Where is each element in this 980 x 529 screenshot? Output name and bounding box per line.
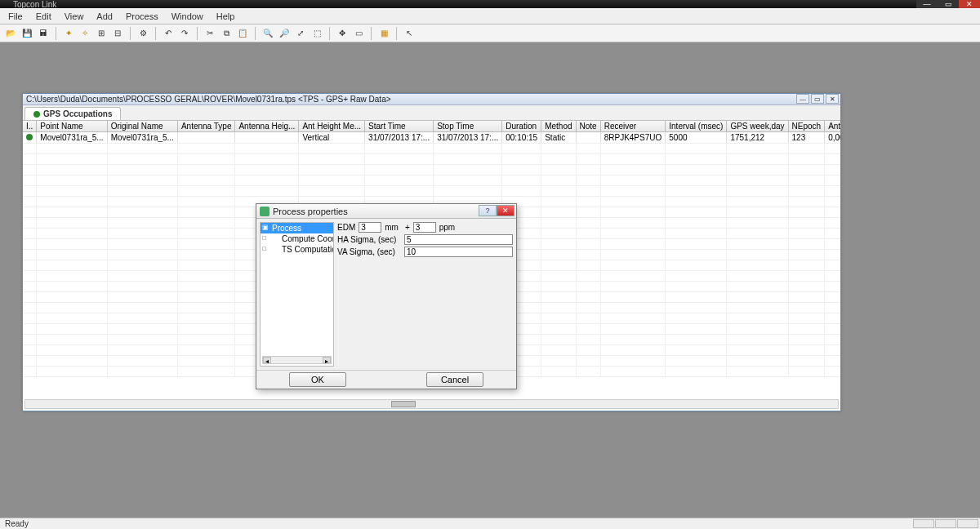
cell[interactable]: Movel0731ra_5...: [37, 132, 107, 144]
toolbar: 📂 💾 🖬 ✦ ✧ ⊞ ⊟ ⚙ ↶ ↷ ✂ ⧉ 📋 🔍 🔎 ⤢ ⬚ ✥ ▭ ▦ …: [0, 24, 980, 42]
dialog-body: Process Compute Coord TS Computation ◂ ▸…: [256, 219, 516, 370]
col-antenna-type[interactable]: Antenna Type: [177, 121, 235, 132]
menu-help[interactable]: Help: [210, 10, 242, 23]
tool-icon[interactable]: ✧: [78, 26, 92, 41]
cell[interactable]: [576, 132, 600, 144]
cell[interactable]: [235, 132, 299, 144]
cell[interactable]: Movel0731ra_5...: [107, 132, 177, 144]
menu-window[interactable]: Window: [165, 10, 210, 23]
menu-process[interactable]: Process: [119, 10, 165, 23]
tool-icon[interactable]: ⊟: [110, 26, 125, 41]
dialog-window-buttons: ? ✕: [479, 205, 514, 216]
dialog-tree[interactable]: Process Compute Coord TS Computation ◂ ▸: [260, 222, 334, 367]
open-icon[interactable]: 📂: [3, 26, 18, 41]
col-nepoch[interactable]: NEpoch: [788, 121, 825, 132]
ok-button[interactable]: OK: [289, 372, 346, 387]
menu-file[interactable]: File: [2, 10, 29, 23]
grid-icon[interactable]: ▦: [376, 26, 391, 41]
save-icon[interactable]: 💾: [20, 26, 34, 41]
edm-ppm-input[interactable]: [413, 222, 436, 233]
col-stop-time[interactable]: Stop Time: [434, 121, 502, 132]
cut-icon[interactable]: ✂: [203, 26, 217, 41]
document-window-buttons: — ▭ ✕: [796, 94, 839, 104]
cell[interactable]: 00:10:15: [502, 132, 541, 144]
scroll-right-icon[interactable]: ▸: [323, 357, 331, 363]
close-button[interactable]: ✕: [959, 0, 980, 8]
save-all-icon[interactable]: 🖬: [36, 26, 51, 41]
doc-maximize-button[interactable]: ▭: [811, 94, 824, 104]
paste-icon[interactable]: 📋: [235, 26, 250, 41]
col-antenna-height[interactable]: Antenna Heig...: [235, 121, 299, 132]
maximize-button[interactable]: ▭: [938, 0, 959, 8]
col-interval[interactable]: Interval (msec): [666, 121, 727, 132]
cell[interactable]: 1751,212: [727, 132, 788, 144]
zoom-out-icon[interactable]: 🔎: [277, 26, 292, 41]
col-receiver[interactable]: Receiver: [600, 121, 666, 132]
document-hscrollbar[interactable]: [24, 399, 839, 409]
col-duration[interactable]: Duration: [502, 121, 541, 132]
separator: [329, 27, 330, 40]
col-point-name[interactable]: Point Name: [37, 121, 107, 132]
col-start-time[interactable]: Start Time: [365, 121, 434, 132]
zoom-fit-icon[interactable]: ⤢: [293, 26, 308, 41]
statusbar: Ready: [0, 518, 980, 529]
tree-node-compute-coord[interactable]: Compute Coord: [261, 233, 333, 244]
col-ant-height-method[interactable]: Ant Height Me...: [299, 121, 365, 132]
ha-sigma-input[interactable]: [404, 234, 513, 245]
scroll-track[interactable]: [271, 357, 323, 363]
va-sigma-input[interactable]: [404, 247, 513, 257]
redo-icon[interactable]: ↷: [177, 26, 192, 41]
menu-add[interactable]: Add: [90, 10, 119, 23]
zoom-window-icon[interactable]: ⬚: [310, 26, 324, 41]
zoom-in-icon[interactable]: 🔍: [261, 26, 275, 41]
tab-gps-occupations[interactable]: GPS Occupations: [24, 107, 121, 120]
select-icon[interactable]: ▭: [351, 26, 366, 41]
col-icon[interactable]: I..: [23, 121, 37, 132]
col-note[interactable]: Note: [576, 121, 600, 132]
dialog-help-button[interactable]: ?: [479, 205, 497, 216]
minimize-button[interactable]: —: [916, 0, 938, 8]
col-original-name[interactable]: Original Name: [107, 121, 177, 132]
table-row: [23, 176, 840, 186]
doc-close-button[interactable]: ✕: [826, 94, 839, 104]
edm-input[interactable]: [359, 222, 381, 233]
tool-icon[interactable]: ✦: [61, 26, 76, 41]
tree-node-process[interactable]: Process: [261, 223, 333, 233]
col-gps-week-day[interactable]: GPS week,day: [727, 121, 788, 132]
undo-icon[interactable]: ↶: [161, 26, 176, 41]
dialog-close-button[interactable]: ✕: [497, 205, 514, 216]
scroll-thumb[interactable]: [391, 401, 416, 407]
tree-hscrollbar[interactable]: ◂ ▸: [262, 356, 332, 364]
cell[interactable]: 5000: [666, 132, 727, 144]
tree-node-ts-computation[interactable]: TS Computation: [261, 244, 333, 255]
pointer-icon[interactable]: ↖: [402, 26, 416, 41]
scroll-left-icon[interactable]: ◂: [263, 357, 271, 363]
app-titlebar: Topcon Link — ▭ ✕: [0, 0, 980, 8]
cell[interactable]: 123: [788, 132, 825, 144]
cell[interactable]: 31/07/2013 17:...: [365, 132, 434, 144]
cell[interactable]: Vertical: [299, 132, 365, 144]
cell[interactable]: 8RPJK4PS7UO: [600, 132, 666, 144]
pan-icon[interactable]: ✥: [335, 26, 350, 41]
col-antenna-height2[interactable]: Antenna Heig...: [825, 121, 840, 132]
menu-view[interactable]: View: [58, 10, 91, 23]
cell[interactable]: 0,001: [825, 132, 840, 144]
edm-plus: +: [405, 223, 410, 232]
row-status-icon: [23, 132, 37, 144]
tool-icon[interactable]: ⊞: [94, 26, 109, 41]
status-text: Ready: [5, 519, 29, 528]
edm-unit-ppm: ppm: [439, 223, 455, 232]
menu-edit[interactable]: Edit: [29, 10, 58, 23]
cell[interactable]: Static: [541, 132, 576, 144]
table-row[interactable]: Movel0731ra_5...Movel0731ra_5...Vertical…: [23, 132, 840, 144]
document-titlebar[interactable]: C:\Users\Duda\Documents\PROCESSO GERAL\R…: [23, 94, 840, 105]
doc-minimize-button[interactable]: —: [796, 94, 809, 104]
col-method[interactable]: Method: [541, 121, 576, 132]
cell[interactable]: [177, 132, 235, 144]
cell[interactable]: 31/07/2013 17:...: [434, 132, 502, 144]
copy-icon[interactable]: ⧉: [219, 26, 234, 41]
cancel-button[interactable]: Cancel: [426, 372, 483, 387]
dialog-titlebar[interactable]: Process properties ? ✕: [256, 204, 516, 219]
gear-icon[interactable]: ⚙: [136, 26, 150, 41]
separator: [197, 27, 198, 40]
